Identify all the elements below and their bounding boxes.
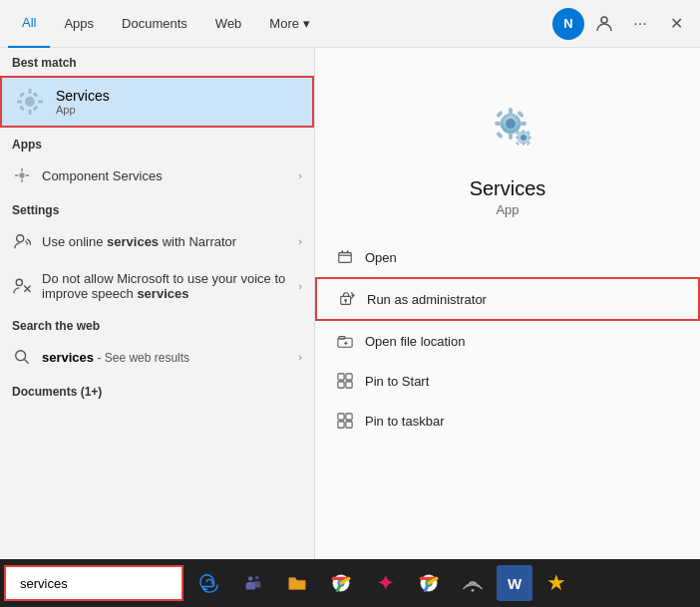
svg-rect-6 — [19, 92, 25, 98]
main-content: Best match — [0, 48, 700, 559]
docs-label: Documents (1+) — [0, 377, 314, 403]
tab-documents[interactable]: Documents — [108, 0, 201, 48]
settings-label: Settings — [0, 195, 314, 221]
avatar[interactable]: N — [552, 8, 584, 40]
ellipsis-icon[interactable]: ··· — [624, 8, 656, 40]
open-file-location-label: Open file location — [365, 334, 465, 349]
svg-rect-12 — [21, 179, 23, 183]
teams-icon[interactable] — [233, 563, 273, 603]
svg-rect-54 — [338, 422, 344, 428]
voice-label: Do not allow Microsoft to use your voice… — [42, 271, 288, 301]
svg-point-16 — [16, 279, 22, 285]
svg-rect-49 — [346, 374, 352, 380]
svg-rect-47 — [345, 341, 346, 345]
svg-point-62 — [472, 589, 475, 592]
svg-rect-43 — [345, 301, 346, 303]
component-services-item[interactable]: Component Services › — [0, 155, 314, 195]
narrator-icon — [12, 231, 32, 251]
search-box[interactable] — [4, 565, 183, 601]
tab-apps[interactable]: Apps — [50, 0, 108, 48]
pin-taskbar-label: Pin to taskbar — [365, 414, 445, 429]
svg-rect-22 — [495, 122, 502, 126]
open-label: Open — [365, 250, 397, 265]
pin-taskbar-icon — [335, 411, 355, 431]
action-list: Open Run as administrator — [315, 237, 700, 441]
tab-web[interactable]: Web — [201, 0, 256, 48]
search-web-label: Search the web — [0, 311, 314, 337]
chrome-icon[interactable] — [321, 563, 361, 603]
slack-icon[interactable]: ✦ — [365, 563, 405, 603]
svg-rect-13 — [15, 174, 19, 176]
svg-rect-20 — [509, 108, 513, 115]
svg-rect-5 — [38, 101, 43, 104]
search-input[interactable] — [20, 576, 187, 591]
tab-more[interactable]: More ▾ — [255, 0, 323, 48]
svg-point-17 — [16, 351, 26, 361]
best-match-item[interactable]: Services App — [0, 76, 314, 128]
svg-point-15 — [17, 235, 24, 242]
svg-point-29 — [521, 135, 526, 141]
services-icon — [14, 86, 46, 118]
apps-label: Apps — [0, 130, 314, 155]
pin-taskbar-action[interactable]: Pin to taskbar — [315, 401, 700, 441]
run-as-admin-action[interactable]: Run as administrator — [315, 277, 700, 321]
pin-start-action[interactable]: Pin to Start — [315, 361, 700, 401]
search-web-item[interactable]: services - See web results › — [0, 337, 314, 377]
chrome2-icon[interactable] — [409, 563, 449, 603]
svg-rect-7 — [33, 106, 39, 112]
svg-point-10 — [19, 172, 24, 177]
svg-rect-8 — [19, 106, 25, 112]
tab-bar: All Apps Documents Web More ▾ — [8, 0, 552, 48]
svg-rect-26 — [496, 132, 504, 140]
svg-point-0 — [601, 17, 607, 23]
narrator-setting-item[interactable]: Use online services with Narrator › — [0, 221, 314, 261]
network-icon[interactable] — [453, 563, 493, 603]
tab-all[interactable]: All — [8, 0, 50, 48]
best-match-name: Services — [56, 88, 110, 104]
svg-rect-4 — [17, 101, 22, 104]
svg-point-19 — [506, 119, 516, 129]
svg-rect-30 — [523, 130, 525, 134]
voice-setting-item[interactable]: Do not allow Microsoft to use your voice… — [0, 261, 314, 311]
svg-rect-51 — [346, 382, 352, 388]
svg-rect-53 — [346, 414, 352, 420]
component-services-icon — [12, 165, 32, 185]
svg-point-57 — [248, 576, 253, 581]
search-icon — [12, 347, 32, 367]
star-icon[interactable]: ★ — [536, 563, 576, 603]
top-bar-right: N ··· ✕ — [552, 8, 692, 40]
word-icon[interactable]: W — [497, 565, 532, 601]
open-file-location-icon — [335, 331, 355, 351]
folder-icon[interactable] — [277, 563, 317, 603]
open-action[interactable]: Open — [315, 237, 700, 277]
svg-rect-32 — [516, 137, 520, 139]
open-icon — [335, 247, 355, 267]
svg-point-1 — [25, 97, 35, 107]
svg-rect-52 — [338, 414, 344, 420]
open-file-location-action[interactable]: Open file location — [315, 321, 700, 361]
search-web-label-text: services - See web results — [42, 350, 288, 365]
voice-icon — [12, 276, 32, 296]
app-name: Services — [470, 177, 546, 200]
svg-rect-33 — [527, 137, 531, 139]
pin-start-icon — [335, 371, 355, 391]
edge-icon[interactable] — [189, 563, 229, 603]
chevron-icon: › — [298, 169, 302, 181]
svg-rect-23 — [520, 122, 526, 126]
svg-rect-21 — [509, 133, 513, 140]
svg-rect-38 — [339, 253, 351, 263]
taskbar: ✦ W ★ — [0, 559, 700, 607]
close-icon[interactable]: ✕ — [660, 8, 692, 40]
pin-start-label: Pin to Start — [365, 374, 429, 389]
taskbar-icons: ✦ W ★ — [189, 563, 576, 603]
best-match-type: App — [56, 104, 110, 116]
svg-rect-39 — [341, 250, 343, 253]
account-icon[interactable] — [588, 8, 620, 40]
chevron-icon-2: › — [298, 235, 302, 247]
chevron-icon-3: › — [298, 280, 302, 292]
svg-rect-50 — [338, 382, 344, 388]
svg-rect-24 — [496, 111, 504, 119]
svg-rect-2 — [29, 89, 32, 94]
app-icon-large — [468, 88, 547, 167]
svg-rect-11 — [21, 168, 23, 172]
